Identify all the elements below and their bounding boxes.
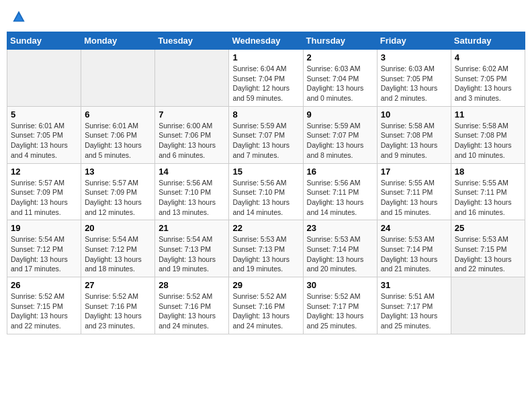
day-number: 23 [307, 223, 373, 233]
logo [12, 9, 28, 24]
day-number: 7 [159, 109, 225, 120]
calendar-cell: 6Sunrise: 6:01 AM Sunset: 7:06 PM Daylig… [81, 106, 155, 163]
day-number: 4 [455, 52, 521, 62]
day-number: 27 [85, 280, 151, 290]
day-number: 2 [307, 52, 373, 62]
calendar-cell: 31Sunrise: 5:51 AM Sunset: 7:17 PM Dayli… [377, 277, 451, 334]
day-content: Sunrise: 5:55 AM Sunset: 7:11 PM Dayligh… [455, 178, 521, 218]
day-content: Sunrise: 6:02 AM Sunset: 7:05 PM Dayligh… [455, 64, 521, 103]
calendar-cell: 21Sunrise: 5:54 AM Sunset: 7:13 PM Dayli… [155, 220, 229, 277]
calendar-cell: 1Sunrise: 6:04 AM Sunset: 7:04 PM Daylig… [229, 50, 303, 107]
calendar-cell: 22Sunrise: 5:53 AM Sunset: 7:13 PM Dayli… [229, 220, 303, 277]
day-number: 12 [11, 167, 77, 177]
header-day-sunday: Sunday [7, 32, 81, 50]
header-day-monday: Monday [81, 32, 155, 50]
day-number: 21 [159, 223, 225, 233]
day-content: Sunrise: 6:01 AM Sunset: 7:05 PM Dayligh… [11, 121, 77, 161]
day-number: 1 [232, 52, 299, 62]
calendar-cell: 7Sunrise: 6:00 AM Sunset: 7:06 PM Daylig… [155, 106, 229, 163]
day-content: Sunrise: 5:53 AM Sunset: 7:14 PM Dayligh… [381, 234, 447, 274]
day-number: 16 [307, 167, 373, 177]
calendar-cell: 19Sunrise: 5:54 AM Sunset: 7:12 PM Dayli… [7, 220, 81, 277]
day-number: 10 [381, 109, 447, 120]
calendar-cell: 18Sunrise: 5:55 AM Sunset: 7:11 PM Dayli… [451, 163, 525, 220]
day-number: 13 [85, 167, 151, 177]
logo-icon [12, 10, 26, 24]
calendar-cell: 24Sunrise: 5:53 AM Sunset: 7:14 PM Dayli… [377, 220, 451, 277]
day-content: Sunrise: 5:58 AM Sunset: 7:08 PM Dayligh… [381, 121, 447, 161]
header-day-wednesday: Wednesday [229, 32, 303, 50]
day-content: Sunrise: 5:52 AM Sunset: 7:16 PM Dayligh… [85, 291, 151, 331]
calendar-cell: 16Sunrise: 5:56 AM Sunset: 7:11 PM Dayli… [303, 163, 377, 220]
day-content: Sunrise: 5:55 AM Sunset: 7:11 PM Dayligh… [381, 178, 447, 218]
day-number: 29 [232, 280, 299, 290]
calendar-week-row: 5Sunrise: 6:01 AM Sunset: 7:05 PM Daylig… [7, 106, 525, 163]
header-day-saturday: Saturday [451, 32, 525, 50]
calendar-cell: 28Sunrise: 5:52 AM Sunset: 7:16 PM Dayli… [155, 277, 229, 334]
header-day-friday: Friday [377, 32, 451, 50]
page-header [7, 7, 525, 26]
calendar-cell: 27Sunrise: 5:52 AM Sunset: 7:16 PM Dayli… [81, 277, 155, 334]
day-number: 3 [381, 52, 447, 62]
calendar-week-row: 26Sunrise: 5:52 AM Sunset: 7:15 PM Dayli… [7, 277, 525, 334]
day-content: Sunrise: 5:54 AM Sunset: 7:12 PM Dayligh… [85, 234, 151, 274]
calendar-cell [155, 50, 229, 107]
calendar-cell: 26Sunrise: 5:52 AM Sunset: 7:15 PM Dayli… [7, 277, 81, 334]
calendar-week-row: 19Sunrise: 5:54 AM Sunset: 7:12 PM Dayli… [7, 220, 525, 277]
day-content: Sunrise: 5:58 AM Sunset: 7:08 PM Dayligh… [455, 121, 521, 161]
calendar-week-row: 1Sunrise: 6:04 AM Sunset: 7:04 PM Daylig… [7, 50, 525, 107]
calendar-cell: 23Sunrise: 5:53 AM Sunset: 7:14 PM Dayli… [303, 220, 377, 277]
day-number: 9 [307, 109, 373, 120]
day-number: 15 [232, 167, 299, 177]
day-number: 20 [85, 223, 151, 233]
day-number: 25 [455, 223, 521, 233]
day-number: 5 [11, 109, 77, 120]
day-content: Sunrise: 5:51 AM Sunset: 7:17 PM Dayligh… [381, 291, 447, 331]
day-content: Sunrise: 5:59 AM Sunset: 7:07 PM Dayligh… [307, 121, 373, 161]
calendar-cell: 12Sunrise: 5:57 AM Sunset: 7:09 PM Dayli… [7, 163, 81, 220]
calendar-table: SundayMondayTuesdayWednesdayThursdayFrid… [7, 32, 525, 334]
day-content: Sunrise: 5:52 AM Sunset: 7:17 PM Dayligh… [307, 291, 373, 331]
day-number: 26 [11, 280, 77, 290]
day-content: Sunrise: 5:53 AM Sunset: 7:13 PM Dayligh… [232, 234, 299, 274]
calendar-cell: 20Sunrise: 5:54 AM Sunset: 7:12 PM Dayli… [81, 220, 155, 277]
day-content: Sunrise: 5:56 AM Sunset: 7:11 PM Dayligh… [307, 178, 373, 218]
day-content: Sunrise: 6:01 AM Sunset: 7:06 PM Dayligh… [85, 121, 151, 161]
calendar-cell: 14Sunrise: 5:56 AM Sunset: 7:10 PM Dayli… [155, 163, 229, 220]
calendar-cell: 9Sunrise: 5:59 AM Sunset: 7:07 PM Daylig… [303, 106, 377, 163]
day-number: 18 [455, 167, 521, 177]
calendar-header-row: SundayMondayTuesdayWednesdayThursdayFrid… [7, 32, 525, 50]
day-number: 22 [232, 223, 299, 233]
calendar-cell [81, 50, 155, 107]
day-number: 24 [381, 223, 447, 233]
calendar-cell: 15Sunrise: 5:56 AM Sunset: 7:10 PM Dayli… [229, 163, 303, 220]
day-content: Sunrise: 5:53 AM Sunset: 7:14 PM Dayligh… [307, 234, 373, 274]
day-number: 30 [307, 280, 373, 290]
day-number: 31 [381, 280, 447, 290]
day-number: 14 [159, 167, 225, 177]
day-content: Sunrise: 5:57 AM Sunset: 7:09 PM Dayligh… [85, 178, 151, 218]
day-content: Sunrise: 6:03 AM Sunset: 7:04 PM Dayligh… [307, 64, 373, 103]
calendar-cell: 17Sunrise: 5:55 AM Sunset: 7:11 PM Dayli… [377, 163, 451, 220]
calendar-cell: 4Sunrise: 6:02 AM Sunset: 7:05 PM Daylig… [451, 50, 525, 107]
day-number: 19 [11, 223, 77, 233]
calendar-cell: 29Sunrise: 5:52 AM Sunset: 7:16 PM Dayli… [229, 277, 303, 334]
calendar-cell: 8Sunrise: 5:59 AM Sunset: 7:07 PM Daylig… [229, 106, 303, 163]
day-number: 6 [85, 109, 151, 120]
day-number: 8 [232, 109, 299, 120]
calendar-cell: 11Sunrise: 5:58 AM Sunset: 7:08 PM Dayli… [451, 106, 525, 163]
day-content: Sunrise: 6:00 AM Sunset: 7:06 PM Dayligh… [159, 121, 225, 161]
day-content: Sunrise: 6:04 AM Sunset: 7:04 PM Dayligh… [232, 64, 299, 103]
day-content: Sunrise: 5:52 AM Sunset: 7:15 PM Dayligh… [11, 291, 77, 331]
calendar-cell: 13Sunrise: 5:57 AM Sunset: 7:09 PM Dayli… [81, 163, 155, 220]
day-number: 11 [455, 109, 521, 120]
day-number: 28 [159, 280, 225, 290]
day-number: 17 [381, 167, 447, 177]
day-content: Sunrise: 5:54 AM Sunset: 7:13 PM Dayligh… [159, 234, 225, 274]
day-content: Sunrise: 5:52 AM Sunset: 7:16 PM Dayligh… [159, 291, 225, 331]
day-content: Sunrise: 5:56 AM Sunset: 7:10 PM Dayligh… [159, 178, 225, 218]
calendar-cell [451, 277, 525, 334]
calendar-cell: 3Sunrise: 6:03 AM Sunset: 7:05 PM Daylig… [377, 50, 451, 107]
calendar-cell: 2Sunrise: 6:03 AM Sunset: 7:04 PM Daylig… [303, 50, 377, 107]
calendar-cell: 25Sunrise: 5:53 AM Sunset: 7:15 PM Dayli… [451, 220, 525, 277]
